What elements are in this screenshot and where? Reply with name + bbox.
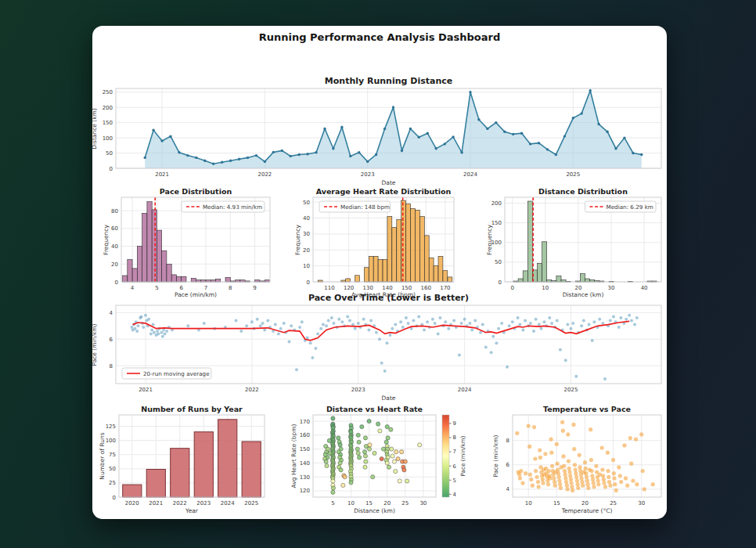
colorbar: 456789Pace (min/km) (442, 415, 466, 498)
svg-text:2021: 2021 (149, 500, 163, 507)
svg-text:40: 40 (641, 285, 648, 291)
svg-text:5: 5 (331, 500, 334, 507)
svg-text:15: 15 (553, 500, 560, 507)
svg-text:0: 0 (110, 166, 113, 172)
svg-text:5: 5 (453, 478, 456, 484)
y-axis-label: Frequency (484, 197, 494, 282)
x-axis-label: Year (119, 507, 265, 514)
y-axis-label: Frequency (293, 197, 302, 282)
svg-text:20: 20 (111, 261, 118, 268)
svg-text:10: 10 (525, 500, 532, 507)
y-axis-label: Pace (min/km) (491, 415, 500, 497)
svg-text:50: 50 (109, 466, 116, 472)
legend: Median: 148 bpm (319, 201, 391, 212)
y-axis-label-text: Pace (min/km) (91, 323, 98, 366)
svg-text:30: 30 (608, 285, 615, 291)
svg-text:Median: 148 bpm: Median: 148 bpm (340, 204, 390, 211)
dashboard-card: Running Performance Analysis Dashboard M… (92, 26, 667, 519)
heart-rate-histogram-plot: Median: 148 bpm1101201301401501601700102… (313, 197, 454, 282)
svg-text:150: 150 (401, 285, 412, 291)
svg-text:20: 20 (383, 500, 391, 507)
svg-text:160: 160 (300, 432, 310, 438)
svg-text:2022: 2022 (257, 171, 272, 178)
chart-distance-vs-heart-rate: Distance vs Heart Rate Avg Heart Rate (b… (313, 415, 436, 497)
monthly-distance-plot: 20212022202320242025050100150200250 (116, 88, 661, 168)
svg-text:30: 30 (638, 500, 645, 507)
colorbar-label: Pace (min/km) (459, 435, 466, 476)
svg-text:50: 50 (106, 150, 113, 157)
svg-text:2023: 2023 (196, 500, 211, 507)
svg-text:8: 8 (229, 285, 232, 291)
svg-text:6: 6 (179, 285, 183, 291)
svg-text:120: 120 (300, 488, 310, 494)
svg-text:0: 0 (499, 279, 502, 286)
svg-text:0: 0 (307, 279, 310, 286)
chart-title: Pace Distribution (98, 187, 293, 196)
dashboard-title: Running Performance Analysis Dashboard (92, 31, 667, 43)
svg-text:2025: 2025 (566, 171, 580, 178)
svg-text:2024: 2024 (458, 387, 472, 393)
chart-pace-over-time: Pace Over Time (Lower is Better) Pace (m… (116, 305, 661, 384)
runs-by-year-plot: 2020202120222023202420250255075100125 (119, 415, 265, 497)
svg-text:15: 15 (365, 500, 373, 507)
svg-text:150: 150 (103, 120, 113, 126)
tick-labels: 51015202530120130140150160170 (300, 419, 427, 507)
svg-text:140: 140 (382, 285, 392, 291)
svg-text:10: 10 (542, 285, 549, 291)
svg-text:5: 5 (155, 285, 158, 291)
svg-text:6: 6 (110, 337, 113, 343)
chart-title: Temperature vs Pace (489, 405, 685, 413)
y-axis-label-text: Frequency (486, 225, 493, 255)
svg-text:25: 25 (610, 500, 617, 507)
svg-text:20: 20 (581, 500, 589, 507)
pace-histogram-plot: Median: 4.93 min/km456789020406080 (121, 197, 270, 282)
x-axis-label: Temperature (°C) (513, 507, 661, 514)
svg-text:4: 4 (131, 285, 135, 291)
moving-average-line (133, 321, 630, 341)
y-axis-label-text: Number of Runs (99, 432, 106, 479)
svg-text:110: 110 (324, 285, 334, 291)
svg-text:9: 9 (453, 420, 456, 427)
svg-text:10: 10 (303, 263, 310, 269)
y-axis-label: Frequency (101, 197, 110, 282)
svg-text:40: 40 (111, 243, 118, 250)
svg-text:Median: 6.29 km: Median: 6.29 km (607, 204, 653, 211)
y-axis-label-text: Distance (km) (91, 108, 98, 150)
chart-title: Distance Distribution (481, 187, 685, 196)
chart-series (123, 420, 261, 497)
svg-text:20: 20 (303, 247, 310, 254)
tick-labels: 010203040050100150200 (491, 200, 648, 291)
svg-text:50: 50 (303, 200, 310, 206)
svg-text:40: 40 (303, 215, 310, 222)
legend: Median: 6.29 km (585, 201, 657, 212)
svg-text:2023: 2023 (351, 387, 365, 393)
svg-text:10: 10 (347, 500, 355, 507)
svg-text:200: 200 (103, 105, 113, 111)
svg-text:2024: 2024 (463, 171, 477, 178)
y-axis-label: Distance (km) (89, 88, 99, 168)
svg-text:8: 8 (506, 438, 509, 444)
y-axis-label-text: Avg Heart Rate (bpm) (291, 424, 298, 489)
chart-runs-by-year: Number of Runs by Year Number of Runs Ye… (119, 415, 265, 497)
svg-text:8: 8 (110, 363, 113, 370)
y-axis-label-text: Frequency (294, 225, 301, 255)
svg-text:6: 6 (506, 462, 510, 468)
svg-text:4: 4 (453, 492, 456, 498)
svg-text:0: 0 (113, 495, 116, 501)
svg-text:150: 150 (300, 446, 310, 452)
svg-text:130: 130 (363, 285, 373, 291)
chart-series (144, 89, 643, 168)
svg-text:7: 7 (204, 285, 207, 291)
svg-text:4: 4 (506, 486, 510, 492)
y-axis-label: Number of Runs (97, 415, 106, 497)
svg-text:7: 7 (453, 449, 456, 455)
chart-distance-distribution: Distance Distribution Frequency Distance… (505, 197, 661, 282)
x-axis-label: Distance (km) (313, 507, 436, 514)
svg-text:140: 140 (300, 460, 310, 467)
svg-text:120: 120 (344, 285, 354, 291)
svg-text:Median: 4.93 min/km: Median: 4.93 min/km (203, 204, 262, 211)
svg-text:160: 160 (421, 285, 431, 291)
svg-text:9: 9 (253, 285, 256, 291)
svg-text:2021: 2021 (155, 171, 169, 178)
svg-text:2022: 2022 (173, 500, 187, 507)
